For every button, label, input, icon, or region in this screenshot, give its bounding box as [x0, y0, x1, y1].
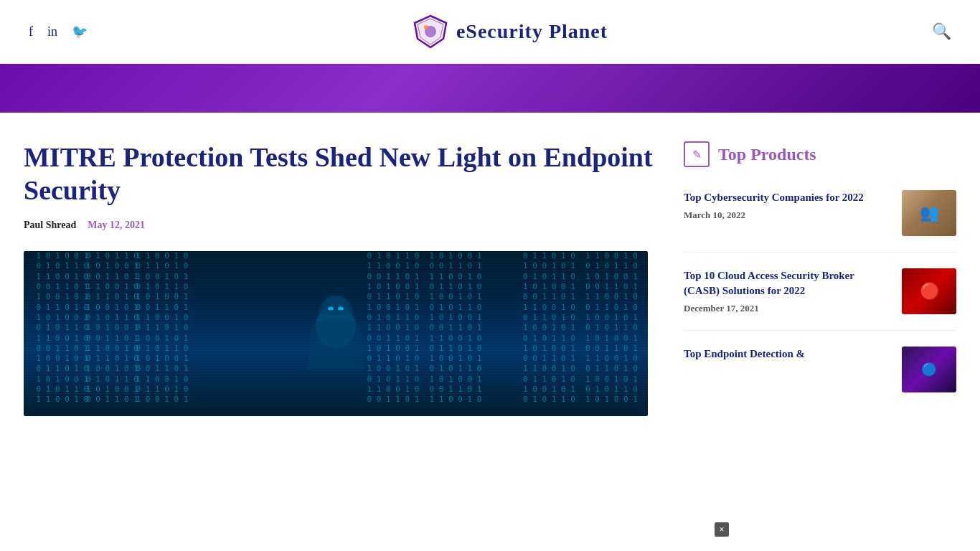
author-name: Paul Shread: [24, 220, 76, 231]
logo-shield-icon: [412, 13, 449, 50]
matrix-col-7: 1 1 0 0 1 0 0 1 0 1 1 0 1 0 1 0 0 1 0 0 …: [585, 251, 638, 405]
top-products-title: Top Products: [718, 145, 816, 164]
article-date: May 12, 2021: [88, 220, 145, 231]
sidebar-item-3[interactable]: Top Endpoint Detection &: [684, 347, 956, 408]
matrix-col-5: 1 0 1 0 0 1 0 0 1 1 0 1 1 1 0 0 1 0 0 1 …: [430, 251, 482, 405]
sidebar-item-2-text: Top 10 Cloud Access Security Broker (CAS…: [684, 268, 892, 314]
edit-icon: ✎: [692, 148, 702, 161]
svg-point-3: [424, 25, 428, 29]
sidebar-item-2-title: Top 10 Cloud Access Security Broker (CAS…: [684, 268, 892, 298]
site-logo[interactable]: eSecurity Planet: [412, 13, 608, 50]
sidebar-item-2-date: December 17, 2021: [684, 303, 892, 314]
hero-banner: [0, 64, 980, 113]
sidebar-item-2-thumbnail: [902, 268, 956, 314]
sidebar: ✎ Top Products Top Cybersecurity Compani…: [684, 141, 956, 424]
sidebar-item-3-text: Top Endpoint Detection &: [684, 347, 892, 366]
sidebar-item-1-thumbnail: [902, 190, 956, 236]
article-meta: Paul Shread May 12, 2021: [24, 220, 655, 231]
sidebar-item-3-thumbnail: [902, 347, 956, 392]
social-links: f in 🐦: [29, 24, 88, 39]
twitter-icon[interactable]: 🐦: [72, 24, 88, 39]
article-hero-image: 1 0 1 0 0 1 0 1 0 1 1 0 1 1 0 0 1 0 0 0 …: [24, 251, 648, 416]
svg-point-7: [338, 307, 344, 311]
top-products-header: ✎ Top Products: [684, 141, 956, 173]
sidebar-item-1[interactable]: Top Cybersecurity Companies for 2022 Mar…: [684, 190, 956, 253]
sidebar-item-1-title: Top Cybersecurity Companies for 2022: [684, 190, 892, 205]
matrix-col-2: 0 1 0 1 1 0 1 0 1 0 0 1 0 0 1 1 0 1 1 1 …: [86, 251, 138, 405]
site-header: f in 🐦 eSecurity Planet 🔍: [0, 0, 980, 64]
main-layout: MITRE Protection Tests Shed New Light on…: [9, 113, 971, 424]
article-section: MITRE Protection Tests Shed New Light on…: [24, 141, 655, 424]
sidebar-item-1-date: March 10, 2022: [684, 209, 892, 221]
matrix-col-1: 1 0 1 0 0 1 0 1 0 1 1 0 1 1 0 0 1 0 0 0 …: [36, 251, 88, 405]
matrix-col-6: 0 1 1 0 1 0 1 0 0 1 0 1 0 1 0 1 1 0 1 0 …: [523, 251, 575, 405]
linkedin-icon[interactable]: in: [47, 24, 57, 39]
matrix-col-3: 1 1 0 0 1 0 0 1 1 0 1 0 1 0 0 1 0 1 0 1 …: [136, 251, 189, 405]
logo-text: eSecurity Planet: [456, 20, 608, 43]
sidebar-item-2[interactable]: Top 10 Cloud Access Security Broker (CAS…: [684, 268, 956, 331]
sidebar-item-3-title: Top Endpoint Detection &: [684, 347, 892, 362]
article-title: MITRE Protection Tests Shed New Light on…: [24, 141, 655, 207]
facebook-icon[interactable]: f: [29, 24, 33, 39]
sidebar-item-1-text: Top Cybersecurity Companies for 2022 Mar…: [684, 190, 892, 221]
svg-point-6: [328, 307, 334, 311]
top-products-icon: ✎: [684, 141, 710, 167]
hacker-silhouette-icon: [278, 276, 393, 391]
search-button[interactable]: 🔍: [932, 22, 951, 41]
